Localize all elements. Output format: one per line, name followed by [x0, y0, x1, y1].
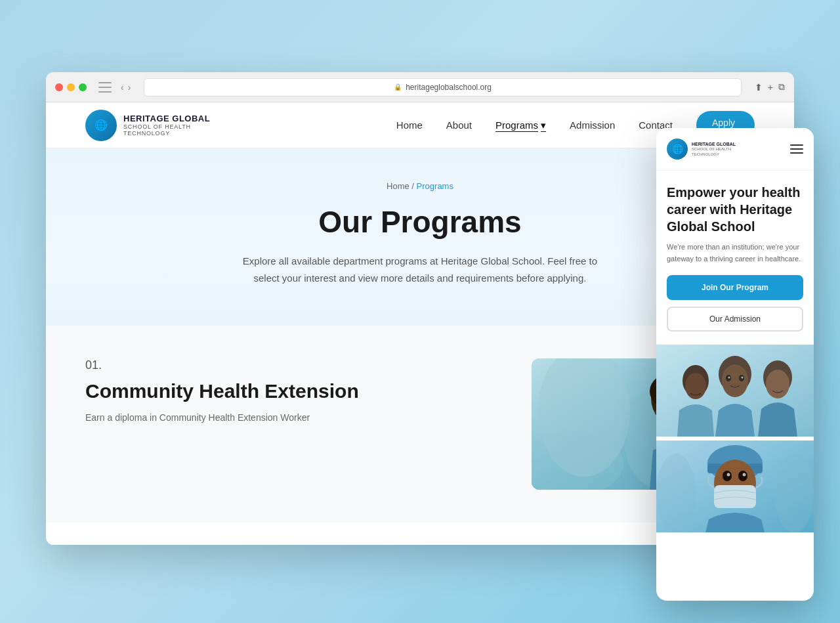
nav-home[interactable]: Home [396, 119, 423, 131]
hamburger-menu[interactable] [790, 144, 803, 154]
breadcrumb-separator: / [411, 181, 416, 191]
svg-point-32 [738, 471, 747, 481]
browser-nav-arrows: ‹ › [121, 82, 131, 93]
minimize-button[interactable] [67, 83, 75, 91]
back-arrow[interactable]: ‹ [121, 82, 124, 93]
logo-text: HERITAGE GLOBAL SCHOOL OF HEALTH TECHNOL… [123, 114, 210, 137]
sidebar-toggle-icon[interactable] [98, 82, 112, 93]
address-bar[interactable]: 🔒 heritageglobalschool.org [144, 78, 741, 97]
mobile-admission-button[interactable]: Our Admission [667, 307, 803, 332]
breadcrumb-current: Programs [417, 181, 453, 191]
mobile-logo-title: HERITAGE GLOBAL [692, 141, 736, 147]
browser-traffic-lights [55, 83, 87, 91]
nav-programs[interactable]: Programs ▾ [495, 119, 546, 131]
svg-point-31 [723, 471, 732, 481]
program-name: Community Health Extension [85, 380, 505, 402]
nav-admission[interactable]: Admission [570, 119, 615, 131]
new-tab-icon[interactable]: + [768, 82, 773, 93]
program-item-1: 01. Community Health Extension Earn a di… [85, 358, 755, 490]
mobile-hero-subtitle: We're more than an institution; we're yo… [667, 242, 803, 265]
mobile-image-2 [656, 440, 814, 532]
globe-icon: 🌐 [94, 119, 108, 131]
logo-subtitle-line1: SCHOOL OF HEALTH [123, 123, 210, 130]
mobile-hero-title: Empower your health career with Heritage… [667, 184, 803, 235]
url-text: heritageglobalschool.org [406, 83, 492, 92]
logo-icon: 🌐 [85, 110, 117, 141]
logo-subtitle-line2: TECHNOLOGY [123, 130, 210, 137]
svg-point-37 [774, 454, 814, 532]
forward-arrow[interactable]: › [128, 82, 131, 93]
mobile-logo: 🌐 HERITAGE GLOBAL SCHOOL OF HEALTHTECHNO… [667, 139, 736, 160]
mobile-panel: 🌐 HERITAGE GLOBAL SCHOOL OF HEALTHTECHNO… [656, 128, 814, 601]
mobile-image-1 [656, 345, 814, 437]
tabs-icon[interactable]: ⧉ [778, 81, 785, 93]
mobile-logo-subtitle: SCHOOL OF HEALTHTECHNOLOGY [692, 147, 736, 158]
svg-point-34 [743, 473, 746, 477]
svg-rect-26 [656, 345, 814, 437]
browser-toolbar: ‹ › 🔒 heritageglobalschool.org ⬆ + ⧉ [46, 72, 794, 102]
mobile-join-program-button[interactable]: Join Our Program [667, 275, 803, 300]
page-title: Our Programs [85, 204, 755, 240]
program-number: 01. [85, 358, 505, 372]
share-icon[interactable]: ⬆ [755, 82, 763, 93]
breadcrumb-home[interactable]: Home [387, 181, 410, 191]
svg-point-33 [727, 473, 730, 477]
mobile-header: 🌐 HERITAGE GLOBAL SCHOOL OF HEALTHTECHNO… [656, 128, 814, 171]
chevron-down-icon: ▾ [541, 119, 546, 131]
close-button[interactable] [55, 83, 63, 91]
toolbar-actions: ⬆ + ⧉ [755, 81, 785, 93]
logo-area: 🌐 HERITAGE GLOBAL SCHOOL OF HEALTH TECHN… [85, 110, 210, 141]
lock-icon: 🔒 [394, 83, 402, 91]
program-info: 01. Community Health Extension Earn a di… [85, 358, 505, 425]
mobile-hero: Empower your health career with Heritage… [656, 171, 814, 345]
mobile-images [656, 345, 814, 532]
logo-title: HERITAGE GLOBAL [123, 114, 210, 124]
svg-point-36 [656, 454, 696, 532]
program-desc: Earn a diploma in Community Health Exten… [85, 410, 505, 425]
maximize-button[interactable] [79, 83, 87, 91]
mobile-globe-icon: 🌐 [672, 144, 683, 154]
breadcrumb: Home / Programs [85, 181, 755, 191]
nav-about[interactable]: About [446, 119, 472, 131]
page-subtitle: Explore all available department program… [236, 253, 604, 286]
mobile-logo-text: HERITAGE GLOBAL SCHOOL OF HEALTHTECHNOLO… [692, 141, 736, 158]
mobile-logo-icon: 🌐 [667, 139, 688, 160]
